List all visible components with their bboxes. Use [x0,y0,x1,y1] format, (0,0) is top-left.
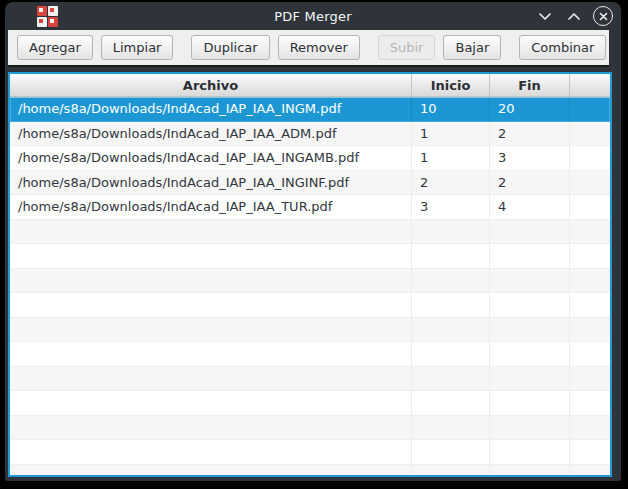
cell-archivo[interactable] [10,465,412,477]
cell-inicio[interactable] [412,269,490,294]
cell-inicio[interactable] [412,293,490,318]
empty-table-row [10,244,610,269]
cell-archivo[interactable]: /home/s8a/Downloads/IndAcad_IAP_IAA_INGI… [10,171,412,196]
cell-inicio[interactable] [412,367,490,392]
agregar-button[interactable]: Agregar [17,35,93,60]
titlebar[interactable]: PDF Merger [5,2,621,30]
empty-table-row [10,293,610,318]
empty-table-row [10,465,610,477]
window-controls [535,2,613,30]
cell-extra [570,416,610,441]
cell-inicio[interactable] [412,342,490,367]
cell-inicio[interactable] [412,465,490,477]
cell-archivo[interactable] [10,220,412,245]
cell-inicio[interactable]: 10 [412,97,490,122]
cell-archivo[interactable]: /home/s8a/Downloads/IndAcad_IAP_IAA_INGM… [10,97,412,122]
cell-inicio[interactable] [412,220,490,245]
cell-extra [570,269,610,294]
empty-table-row [10,367,610,392]
column-header-inicio[interactable]: Inicio [412,74,490,96]
cell-archivo[interactable] [10,342,412,367]
cell-fin[interactable]: 2 [490,122,570,147]
cell-inicio[interactable] [412,391,490,416]
cell-extra [570,465,610,477]
column-header-extra [570,74,610,96]
cell-extra [570,391,610,416]
table-row[interactable]: /home/s8a/Downloads/IndAcad_IAP_IAA_TUR.… [10,195,610,220]
app-window: PDF Merger Agregar Limpiar Duplicar [5,2,621,481]
empty-table-row [10,391,610,416]
cell-fin[interactable] [490,318,570,343]
remover-button[interactable]: Remover [278,35,360,60]
cell-inicio[interactable]: 3 [412,195,490,220]
cell-fin[interactable] [490,244,570,269]
cell-fin[interactable] [490,465,570,477]
cell-inicio[interactable]: 2 [412,171,490,196]
duplicar-button[interactable]: Duplicar [191,35,269,60]
cell-archivo[interactable]: /home/s8a/Downloads/IndAcad_IAP_IAA_TUR.… [10,195,412,220]
cell-extra [570,244,610,269]
subir-button[interactable]: Subir [378,35,436,60]
empty-table-row [10,269,610,294]
empty-table-row [10,416,610,441]
combinar-button[interactable]: Combinar [519,35,606,60]
cell-fin[interactable] [490,440,570,465]
cell-fin[interactable]: 20 [490,97,570,122]
cell-archivo[interactable] [10,244,412,269]
chevron-up-icon [567,12,581,21]
table-row[interactable]: /home/s8a/Downloads/IndAcad_IAP_IAA_INGI… [10,171,610,196]
cell-archivo[interactable] [10,367,412,392]
cell-fin[interactable] [490,220,570,245]
cell-inicio[interactable]: 1 [412,122,490,147]
table-header: Archivo Inicio Fin [10,74,610,97]
cell-inicio[interactable] [412,318,490,343]
cell-fin[interactable]: 3 [490,146,570,171]
cell-archivo[interactable] [10,318,412,343]
column-header-archivo[interactable]: Archivo [10,74,412,96]
cell-archivo[interactable] [10,269,412,294]
cell-inicio[interactable] [412,440,490,465]
table-row[interactable]: /home/s8a/Downloads/IndAcad_IAP_IAA_ADM.… [10,122,610,147]
cell-inicio[interactable]: 1 [412,146,490,171]
cell-extra [570,122,610,147]
cell-extra [570,318,610,343]
cell-fin[interactable]: 4 [490,195,570,220]
cell-fin[interactable] [490,293,570,318]
cell-inicio[interactable] [412,416,490,441]
maximize-button[interactable] [564,6,584,26]
empty-table-row [10,342,610,367]
bajar-button[interactable]: Bajar [443,35,501,60]
close-button[interactable] [593,6,613,26]
toolbar: Agregar Limpiar Duplicar Remover Subir B… [8,30,609,67]
limpiar-button[interactable]: Limpiar [101,35,174,60]
cell-archivo[interactable] [10,440,412,465]
chevron-down-icon [538,12,552,21]
cell-extra [570,367,610,392]
cell-fin[interactable] [490,391,570,416]
cell-archivo[interactable] [10,391,412,416]
empty-table-row [10,440,610,465]
cell-fin[interactable]: 2 [490,171,570,196]
cell-fin[interactable] [490,416,570,441]
cell-archivo[interactable]: /home/s8a/Downloads/IndAcad_IAP_IAA_ADM.… [10,122,412,147]
cell-extra [570,440,610,465]
column-header-fin[interactable]: Fin [490,74,570,96]
cell-archivo[interactable]: /home/s8a/Downloads/IndAcad_IAP_IAA_INGA… [10,146,412,171]
minimize-button[interactable] [535,6,555,26]
pdf-merger-app-icon [37,6,58,27]
app-icon-quadrant [48,17,58,27]
cell-archivo[interactable] [10,293,412,318]
cell-fin[interactable] [490,269,570,294]
cell-fin[interactable] [490,367,570,392]
cell-extra [570,97,610,122]
table-row[interactable]: /home/s8a/Downloads/IndAcad_IAP_IAA_INGA… [10,146,610,171]
table-row[interactable]: /home/s8a/Downloads/IndAcad_IAP_IAA_INGM… [10,97,610,122]
empty-table-row [10,220,610,245]
cell-archivo[interactable] [10,416,412,441]
empty-table-row [10,318,610,343]
cell-extra [570,220,610,245]
cell-extra [570,195,610,220]
cell-inicio[interactable] [412,244,490,269]
close-x-icon [599,12,608,21]
cell-fin[interactable] [490,342,570,367]
